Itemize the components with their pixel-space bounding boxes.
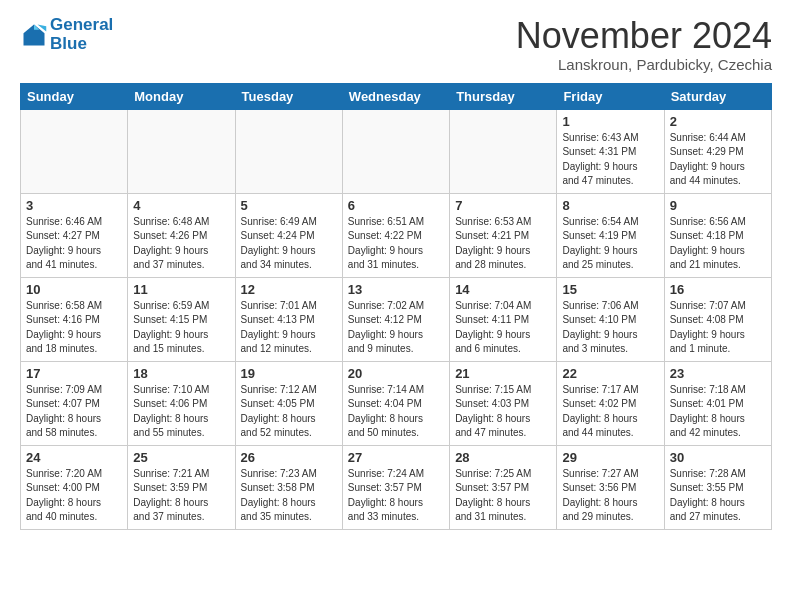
day-info: Sunrise: 6:48 AM Sunset: 4:26 PM Dayligh… <box>133 215 229 273</box>
table-cell: 25Sunrise: 7:21 AM Sunset: 3:59 PM Dayli… <box>128 445 235 529</box>
day-number: 12 <box>241 282 337 297</box>
day-info: Sunrise: 7:23 AM Sunset: 3:58 PM Dayligh… <box>241 467 337 525</box>
table-cell: 14Sunrise: 7:04 AM Sunset: 4:11 PM Dayli… <box>450 277 557 361</box>
day-number: 8 <box>562 198 658 213</box>
day-number: 10 <box>26 282 122 297</box>
logo: General Blue <box>20 16 113 53</box>
calendar-header-row: Sunday Monday Tuesday Wednesday Thursday… <box>21 83 772 109</box>
col-saturday: Saturday <box>664 83 771 109</box>
day-info: Sunrise: 6:59 AM Sunset: 4:15 PM Dayligh… <box>133 299 229 357</box>
table-cell: 15Sunrise: 7:06 AM Sunset: 4:10 PM Dayli… <box>557 277 664 361</box>
table-cell: 4Sunrise: 6:48 AM Sunset: 4:26 PM Daylig… <box>128 193 235 277</box>
table-cell: 17Sunrise: 7:09 AM Sunset: 4:07 PM Dayli… <box>21 361 128 445</box>
day-info: Sunrise: 7:14 AM Sunset: 4:04 PM Dayligh… <box>348 383 444 441</box>
day-number: 6 <box>348 198 444 213</box>
table-cell: 7Sunrise: 6:53 AM Sunset: 4:21 PM Daylig… <box>450 193 557 277</box>
table-cell: 6Sunrise: 6:51 AM Sunset: 4:22 PM Daylig… <box>342 193 449 277</box>
table-cell <box>450 109 557 193</box>
table-cell: 21Sunrise: 7:15 AM Sunset: 4:03 PM Dayli… <box>450 361 557 445</box>
page: General Blue November 2024 Lanskroun, Pa… <box>0 0 792 612</box>
day-info: Sunrise: 7:06 AM Sunset: 4:10 PM Dayligh… <box>562 299 658 357</box>
table-cell: 16Sunrise: 7:07 AM Sunset: 4:08 PM Dayli… <box>664 277 771 361</box>
day-number: 24 <box>26 450 122 465</box>
header: General Blue November 2024 Lanskroun, Pa… <box>20 16 772 73</box>
table-cell <box>21 109 128 193</box>
day-number: 17 <box>26 366 122 381</box>
table-cell: 19Sunrise: 7:12 AM Sunset: 4:05 PM Dayli… <box>235 361 342 445</box>
calendar-week-3: 10Sunrise: 6:58 AM Sunset: 4:16 PM Dayli… <box>21 277 772 361</box>
table-cell: 22Sunrise: 7:17 AM Sunset: 4:02 PM Dayli… <box>557 361 664 445</box>
table-cell <box>342 109 449 193</box>
table-cell: 20Sunrise: 7:14 AM Sunset: 4:04 PM Dayli… <box>342 361 449 445</box>
col-wednesday: Wednesday <box>342 83 449 109</box>
table-cell: 30Sunrise: 7:28 AM Sunset: 3:55 PM Dayli… <box>664 445 771 529</box>
table-cell: 11Sunrise: 6:59 AM Sunset: 4:15 PM Dayli… <box>128 277 235 361</box>
day-info: Sunrise: 6:46 AM Sunset: 4:27 PM Dayligh… <box>26 215 122 273</box>
day-info: Sunrise: 7:09 AM Sunset: 4:07 PM Dayligh… <box>26 383 122 441</box>
table-cell: 24Sunrise: 7:20 AM Sunset: 4:00 PM Dayli… <box>21 445 128 529</box>
day-number: 14 <box>455 282 551 297</box>
col-tuesday: Tuesday <box>235 83 342 109</box>
table-cell: 2Sunrise: 6:44 AM Sunset: 4:29 PM Daylig… <box>664 109 771 193</box>
day-info: Sunrise: 6:58 AM Sunset: 4:16 PM Dayligh… <box>26 299 122 357</box>
day-number: 19 <box>241 366 337 381</box>
day-number: 15 <box>562 282 658 297</box>
day-info: Sunrise: 7:21 AM Sunset: 3:59 PM Dayligh… <box>133 467 229 525</box>
day-info: Sunrise: 6:53 AM Sunset: 4:21 PM Dayligh… <box>455 215 551 273</box>
table-cell: 12Sunrise: 7:01 AM Sunset: 4:13 PM Dayli… <box>235 277 342 361</box>
day-info: Sunrise: 6:56 AM Sunset: 4:18 PM Dayligh… <box>670 215 766 273</box>
table-cell: 29Sunrise: 7:27 AM Sunset: 3:56 PM Dayli… <box>557 445 664 529</box>
table-cell: 8Sunrise: 6:54 AM Sunset: 4:19 PM Daylig… <box>557 193 664 277</box>
calendar-week-5: 24Sunrise: 7:20 AM Sunset: 4:00 PM Dayli… <box>21 445 772 529</box>
day-number: 21 <box>455 366 551 381</box>
day-number: 3 <box>26 198 122 213</box>
day-info: Sunrise: 7:02 AM Sunset: 4:12 PM Dayligh… <box>348 299 444 357</box>
day-number: 13 <box>348 282 444 297</box>
day-info: Sunrise: 7:12 AM Sunset: 4:05 PM Dayligh… <box>241 383 337 441</box>
day-number: 16 <box>670 282 766 297</box>
day-info: Sunrise: 7:01 AM Sunset: 4:13 PM Dayligh… <box>241 299 337 357</box>
day-info: Sunrise: 6:51 AM Sunset: 4:22 PM Dayligh… <box>348 215 444 273</box>
table-cell: 3Sunrise: 6:46 AM Sunset: 4:27 PM Daylig… <box>21 193 128 277</box>
col-thursday: Thursday <box>450 83 557 109</box>
table-cell: 5Sunrise: 6:49 AM Sunset: 4:24 PM Daylig… <box>235 193 342 277</box>
day-number: 27 <box>348 450 444 465</box>
table-cell: 1Sunrise: 6:43 AM Sunset: 4:31 PM Daylig… <box>557 109 664 193</box>
day-number: 4 <box>133 198 229 213</box>
day-info: Sunrise: 7:17 AM Sunset: 4:02 PM Dayligh… <box>562 383 658 441</box>
table-cell <box>235 109 342 193</box>
table-cell: 27Sunrise: 7:24 AM Sunset: 3:57 PM Dayli… <box>342 445 449 529</box>
day-info: Sunrise: 7:15 AM Sunset: 4:03 PM Dayligh… <box>455 383 551 441</box>
table-cell: 28Sunrise: 7:25 AM Sunset: 3:57 PM Dayli… <box>450 445 557 529</box>
day-info: Sunrise: 7:04 AM Sunset: 4:11 PM Dayligh… <box>455 299 551 357</box>
day-info: Sunrise: 6:44 AM Sunset: 4:29 PM Dayligh… <box>670 131 766 189</box>
day-info: Sunrise: 6:54 AM Sunset: 4:19 PM Dayligh… <box>562 215 658 273</box>
calendar: Sunday Monday Tuesday Wednesday Thursday… <box>20 83 772 530</box>
month-title: November 2024 <box>516 16 772 56</box>
location: Lanskroun, Pardubicky, Czechia <box>516 56 772 73</box>
day-number: 7 <box>455 198 551 213</box>
day-number: 5 <box>241 198 337 213</box>
day-number: 1 <box>562 114 658 129</box>
day-number: 23 <box>670 366 766 381</box>
day-number: 18 <box>133 366 229 381</box>
day-number: 20 <box>348 366 444 381</box>
col-friday: Friday <box>557 83 664 109</box>
logo-text: General Blue <box>50 16 113 53</box>
day-info: Sunrise: 7:10 AM Sunset: 4:06 PM Dayligh… <box>133 383 229 441</box>
table-cell: 9Sunrise: 6:56 AM Sunset: 4:18 PM Daylig… <box>664 193 771 277</box>
day-number: 25 <box>133 450 229 465</box>
title-block: November 2024 Lanskroun, Pardubicky, Cze… <box>516 16 772 73</box>
day-info: Sunrise: 6:43 AM Sunset: 4:31 PM Dayligh… <box>562 131 658 189</box>
col-monday: Monday <box>128 83 235 109</box>
calendar-week-1: 1Sunrise: 6:43 AM Sunset: 4:31 PM Daylig… <box>21 109 772 193</box>
day-number: 9 <box>670 198 766 213</box>
day-number: 2 <box>670 114 766 129</box>
table-cell: 10Sunrise: 6:58 AM Sunset: 4:16 PM Dayli… <box>21 277 128 361</box>
day-info: Sunrise: 7:20 AM Sunset: 4:00 PM Dayligh… <box>26 467 122 525</box>
table-cell: 18Sunrise: 7:10 AM Sunset: 4:06 PM Dayli… <box>128 361 235 445</box>
day-number: 26 <box>241 450 337 465</box>
day-number: 29 <box>562 450 658 465</box>
col-sunday: Sunday <box>21 83 128 109</box>
table-cell: 26Sunrise: 7:23 AM Sunset: 3:58 PM Dayli… <box>235 445 342 529</box>
